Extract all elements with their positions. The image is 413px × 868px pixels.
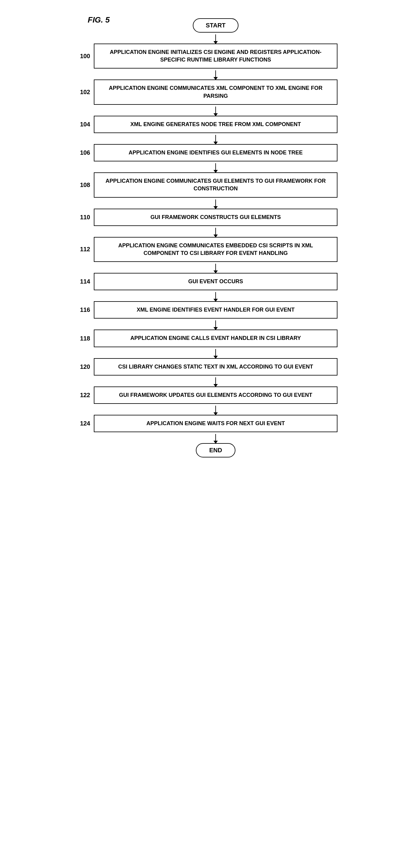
flow-row-118: 118 APPLICATION ENGINE CALLS EVENT HANDL… <box>75 330 338 347</box>
arrow-1 <box>75 68 338 80</box>
flow-row-120: 120 CSI LIBRARY CHANGES STATIC TEXT IN X… <box>75 358 338 375</box>
step-label-100: 100 <box>75 53 94 60</box>
flow-row-108: 108 APPLICATION ENGINE COMMUNICATES GUI … <box>75 173 338 197</box>
step-box-118: APPLICATION ENGINE CALLS EVENT HANDLER I… <box>94 330 338 347</box>
step-box-106: APPLICATION ENGINE IDENTIFIES GUI ELEMEN… <box>94 144 338 161</box>
arrow-5 <box>75 198 338 209</box>
step-label-104: 104 <box>75 121 94 128</box>
step-label-106: 106 <box>75 149 94 156</box>
step-label-118: 118 <box>75 335 94 342</box>
flow-row-104: 104 XML ENGINE GENERATES NODE TREE FROM … <box>75 116 338 133</box>
flow-row-116: 116 XML ENGINE IDENTIFIES EVENT HANDLER … <box>75 301 338 318</box>
arrow-10 <box>75 347 338 358</box>
step-box-112: APPLICATION ENGINE COMMUNICATES EMBEDDED… <box>94 237 338 262</box>
figure-label: FIG. 5 <box>88 15 109 25</box>
arrow-12 <box>75 404 338 415</box>
arrow-13 <box>75 432 338 443</box>
arrow-3 <box>75 133 338 144</box>
step-label-122: 122 <box>75 392 94 399</box>
step-label-114: 114 <box>75 278 94 285</box>
step-label-110: 110 <box>75 214 94 221</box>
diagram-container: FIG. 5 START 100 APPLICATION ENGINE INIT… <box>69 6 344 467</box>
flow-row-122: 122 GUI FRAMEWORK UPDATES GUI ELEMENTS A… <box>75 386 338 404</box>
arrow-4 <box>75 161 338 173</box>
step-label-102: 102 <box>75 89 94 96</box>
step-label-120: 120 <box>75 363 94 370</box>
step-box-114: GUI EVENT OCCURS <box>94 273 338 290</box>
arrow-11 <box>75 375 338 386</box>
step-label-116: 116 <box>75 306 94 313</box>
step-box-102: APPLICATION ENGINE COMMUNICATES XML COMP… <box>94 80 338 104</box>
flow-row-102: 102 APPLICATION ENGINE COMMUNICATES XML … <box>75 80 338 104</box>
arrow-8 <box>75 290 338 301</box>
flow-row-110: 110 GUI FRAMEWORK CONSTRUCTS GUI ELEMENT… <box>75 209 338 226</box>
flow-row-114: 114 GUI EVENT OCCURS <box>75 273 338 290</box>
flow-row-106: 106 APPLICATION ENGINE IDENTIFIES GUI EL… <box>75 144 338 161</box>
step-box-108: APPLICATION ENGINE COMMUNICATES GUI ELEM… <box>94 173 338 197</box>
flow-row-124: 124 APPLICATION ENGINE WAITS FOR NEXT GU… <box>75 415 338 432</box>
step-label-112: 112 <box>75 246 94 253</box>
flow-row-100: 100 APPLICATION ENGINE INITIALIZES CSI E… <box>75 43 338 68</box>
arrow-0 <box>75 33 338 43</box>
step-label-124: 124 <box>75 420 94 427</box>
step-box-110: GUI FRAMEWORK CONSTRUCTS GUI ELEMENTS <box>94 209 338 226</box>
arrow-2 <box>75 105 338 116</box>
step-box-100: APPLICATION ENGINE INITIALIZES CSI ENGIN… <box>94 43 338 68</box>
flow-row-112: 112 APPLICATION ENGINE COMMUNICATES EMBE… <box>75 237 338 262</box>
step-box-104: XML ENGINE GENERATES NODE TREE FROM XML … <box>94 116 338 133</box>
arrow-9 <box>75 318 338 330</box>
step-box-116: XML ENGINE IDENTIFIES EVENT HANDLER FOR … <box>94 301 338 318</box>
end-oval: END <box>196 443 235 458</box>
arrow-7 <box>75 262 338 273</box>
step-box-122: GUI FRAMEWORK UPDATES GUI ELEMENTS ACCOR… <box>94 386 338 404</box>
start-oval: START <box>193 18 238 33</box>
step-box-120: CSI LIBRARY CHANGES STATIC TEXT IN XML A… <box>94 358 338 375</box>
step-box-124: APPLICATION ENGINE WAITS FOR NEXT GUI EV… <box>94 415 338 432</box>
step-label-108: 108 <box>75 182 94 188</box>
arrow-6 <box>75 226 338 237</box>
